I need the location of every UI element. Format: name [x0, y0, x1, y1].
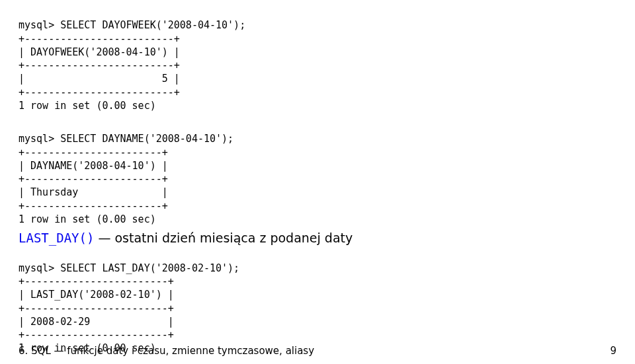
function-description: LAST_DAY() — ostatni dzień miesiąca z po…	[19, 230, 616, 247]
code-line: 1 row in set (0.00 sec)	[19, 100, 156, 112]
code-line: +-----------------------+	[19, 173, 168, 185]
code-line: +------------------------+	[19, 303, 174, 314]
code-line: +------------------------+	[19, 329, 174, 341]
sql-block-dayname: mysql> SELECT DAYNAME('2008-04-10'); +--…	[19, 119, 616, 226]
code-line: | 5 |	[19, 73, 180, 85]
code-line: | Thursday |	[19, 186, 168, 198]
code-line: mysql> SELECT DAYOFWEEK('2008-04-10');	[19, 19, 245, 31]
code-line: +-------------------------+	[19, 87, 180, 98]
code-line: mysql> SELECT DAYNAME('2008-04-10');	[19, 133, 233, 145]
sql-block-lastday: mysql> SELECT LAST_DAY('2008-02-10'); +-…	[19, 248, 616, 355]
code-line: | LAST_DAY('2008-02-10') |	[19, 289, 174, 301]
desc-text: ostatni dzień miesiąca z podanej daty	[114, 231, 353, 245]
code-line: +-------------------------+	[19, 33, 180, 45]
desc-separator: —	[94, 231, 114, 245]
code-line: 1 row in set (0.00 sec)	[19, 213, 156, 225]
footer-chapter: 6. SQL — funkcje daty i czasu, zmienne t…	[19, 344, 314, 357]
code-line: | 2008-02-29 |	[19, 316, 174, 328]
code-line: +-------------------------+	[19, 59, 180, 71]
page: mysql> SELECT DAYOFWEEK('2008-04-10'); +…	[0, 0, 635, 364]
code-line: | DAYNAME('2008-04-10') |	[19, 160, 168, 172]
code-line: +------------------------+	[19, 275, 174, 287]
footer-page-number: 9	[610, 344, 616, 357]
code-line: | DAYOFWEEK('2008-04-10') |	[19, 46, 180, 58]
function-name: LAST_DAY()	[19, 231, 94, 245]
code-line: +-----------------------+	[19, 200, 168, 212]
code-line: +-----------------------+	[19, 147, 168, 159]
code-line: mysql> SELECT LAST_DAY('2008-02-10');	[19, 262, 239, 274]
page-footer: 6. SQL — funkcje daty i czasu, zmienne t…	[19, 344, 616, 357]
sql-block-dayofweek: mysql> SELECT DAYOFWEEK('2008-04-10'); +…	[19, 5, 616, 112]
